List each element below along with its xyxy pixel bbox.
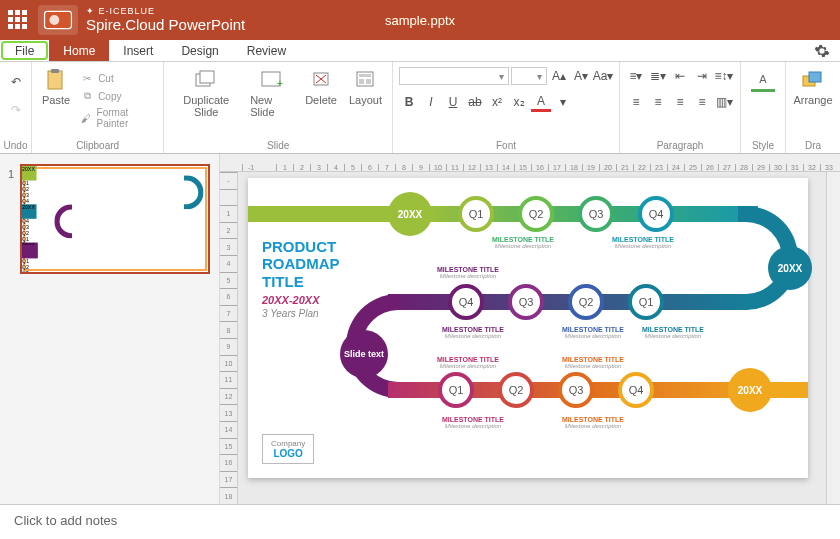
svg-rect-2: [48, 71, 62, 89]
bullets-button[interactable]: ≡▾: [626, 66, 646, 86]
thumbnail-number: 1: [8, 164, 14, 274]
group-label-drawing: Dra: [805, 138, 821, 153]
slide-title-block: PRODUCT ROADMAP TITLE20XX-20XX3 Years Pl…: [262, 238, 382, 319]
slide-thumbnail-panel[interactable]: 1 20XXQ1Q2Q3Q420XXQ4Q3Q2Q1Slide textQ1Q2…: [0, 154, 220, 504]
bold-button[interactable]: B: [399, 92, 419, 112]
svg-text:+: +: [277, 78, 283, 89]
document-filename: sample.pptx: [385, 13, 455, 28]
format-painter-button[interactable]: 🖌Format Painter: [78, 106, 157, 130]
group-label-clipboard: Clipboard: [76, 138, 119, 153]
quarter-r1-q4: Q4: [22, 198, 207, 204]
slide-text-circle: Slide text: [22, 243, 38, 259]
quarter-r2-q1: Q1: [22, 237, 207, 243]
vertical-ruler: -123456789101112131415161718: [220, 172, 238, 504]
change-case-button[interactable]: Aa▾: [593, 66, 613, 86]
group-label-font: Font: [496, 138, 516, 153]
slide[interactable]: 20XXQ1Q2Q3Q420XXQ4Q3Q2Q1Slide textQ1Q2Q3…: [248, 178, 808, 478]
year-circle-2: 20XX: [22, 204, 37, 219]
quarter-r1-q1: Q1: [458, 196, 494, 232]
strikethrough-button[interactable]: ab: [465, 92, 485, 112]
notes-pane[interactable]: Click to add notes: [0, 504, 840, 539]
svg-rect-13: [359, 79, 364, 84]
work-area: 1 20XXQ1Q2Q3Q420XXQ4Q3Q2Q1Slide textQ1Q2…: [0, 154, 840, 504]
quarter-r1-q4: Q4: [638, 196, 674, 232]
group-label-slide: Slide: [267, 138, 289, 153]
arrange-button[interactable]: Arrange: [789, 66, 836, 108]
svg-point-1: [49, 15, 59, 25]
company-logo-placeholder: CompanyLOGO: [262, 434, 314, 464]
group-label-paragraph: Paragraph: [657, 138, 704, 153]
quarter-r2-q4: Q4: [448, 284, 484, 320]
menu-file[interactable]: File: [1, 41, 48, 60]
quarter-r2-q2: Q2: [568, 284, 604, 320]
quarter-r3-q4: Q4: [618, 372, 654, 408]
year-circle-2: 20XX: [768, 246, 812, 290]
svg-rect-3: [51, 69, 59, 73]
delete-slide-button[interactable]: Delete: [301, 66, 341, 108]
quarter-r2-q3: Q3: [508, 284, 544, 320]
svg-rect-5: [200, 71, 214, 83]
menu-insert[interactable]: Insert: [109, 40, 167, 61]
increase-indent-button[interactable]: ⇥: [692, 66, 712, 86]
subscript-button[interactable]: x₂: [509, 92, 529, 112]
layout-button[interactable]: Layout: [345, 66, 386, 108]
menu-review[interactable]: Review: [233, 40, 300, 61]
columns-button[interactable]: ▥▾: [714, 92, 734, 112]
style-color-button[interactable]: A: [747, 66, 779, 94]
font-family-select[interactable]: ▾: [399, 67, 509, 85]
editor-area: -112345678910111213141516171819202122232…: [220, 154, 840, 504]
new-slide-button[interactable]: +New Slide: [246, 66, 297, 120]
copy-button[interactable]: ⧉Copy: [78, 88, 157, 104]
svg-rect-16: [809, 72, 821, 82]
quarter-r1-q2: Q2: [518, 196, 554, 232]
font-color-dropdown[interactable]: ▾: [553, 92, 573, 112]
menu-bar: File Home Insert Design Review: [0, 40, 840, 62]
quarter-r3-q1: Q1: [438, 372, 474, 408]
duplicate-slide-button[interactable]: Duplicate Slide: [170, 66, 242, 120]
title-bar: ✦ E-ICEBLUE Spire.Cloud PowerPoint sampl…: [0, 0, 840, 40]
vertical-scrollbar[interactable]: [826, 172, 840, 504]
year-circle-1: 20XX: [22, 166, 37, 181]
quarter-r2-q1: Q1: [628, 284, 664, 320]
group-label-style: Style: [752, 138, 774, 153]
decrease-font-button[interactable]: A▾: [571, 66, 591, 86]
quarter-r3-q3: Q3: [558, 372, 594, 408]
menu-design[interactable]: Design: [167, 40, 232, 61]
app-logo-icon: [38, 5, 78, 35]
svg-rect-14: [366, 79, 371, 84]
redo-button[interactable]: ↷: [6, 100, 26, 120]
svg-rect-12: [359, 74, 371, 77]
line-spacing-button[interactable]: ≡↕▾: [714, 66, 734, 86]
quarter-r3-q2: Q2: [498, 372, 534, 408]
year-circle-1: 20XX: [388, 192, 432, 236]
italic-button[interactable]: I: [421, 92, 441, 112]
underline-button[interactable]: U: [443, 92, 463, 112]
font-size-select[interactable]: ▾: [511, 67, 547, 85]
numbering-button[interactable]: ≣▾: [648, 66, 668, 86]
slide-canvas[interactable]: 20XXQ1Q2Q3Q420XXQ4Q3Q2Q1Slide textQ1Q2Q3…: [238, 172, 840, 504]
quarter-r3-q3: Q3: [22, 270, 207, 274]
apps-grid-icon[interactable]: [8, 10, 28, 30]
brand-text: ✦ E-ICEBLUE Spire.Cloud PowerPoint: [86, 7, 245, 33]
quarter-r1-q3: Q3: [578, 196, 614, 232]
horizontal-ruler: -112345678910111213141516171819202122232…: [220, 154, 840, 172]
paste-button[interactable]: Paste: [38, 66, 74, 108]
settings-gear-icon[interactable]: [804, 40, 840, 61]
align-left-button[interactable]: ≡: [626, 92, 646, 112]
justify-button[interactable]: ≡: [692, 92, 712, 112]
ribbon: ↶ ↷ Undo Paste ✂Cut ⧉Copy 🖌Format Painte…: [0, 62, 840, 154]
align-right-button[interactable]: ≡: [670, 92, 690, 112]
align-center-button[interactable]: ≡: [648, 92, 668, 112]
slide-thumbnail-1[interactable]: 20XXQ1Q2Q3Q420XXQ4Q3Q2Q1Slide textQ1Q2Q3…: [20, 164, 210, 274]
group-label-undo: Undo: [4, 138, 28, 153]
undo-button[interactable]: ↶: [6, 72, 26, 92]
font-color-button[interactable]: A: [531, 92, 551, 112]
increase-font-button[interactable]: A▴: [549, 66, 569, 86]
superscript-button[interactable]: x²: [487, 92, 507, 112]
decrease-indent-button[interactable]: ⇤: [670, 66, 690, 86]
year-circle-3: 20XX: [728, 368, 772, 412]
slide-text-circle: Slide text: [340, 330, 388, 378]
cut-button[interactable]: ✂Cut: [78, 70, 157, 86]
menu-home[interactable]: Home: [49, 40, 109, 61]
